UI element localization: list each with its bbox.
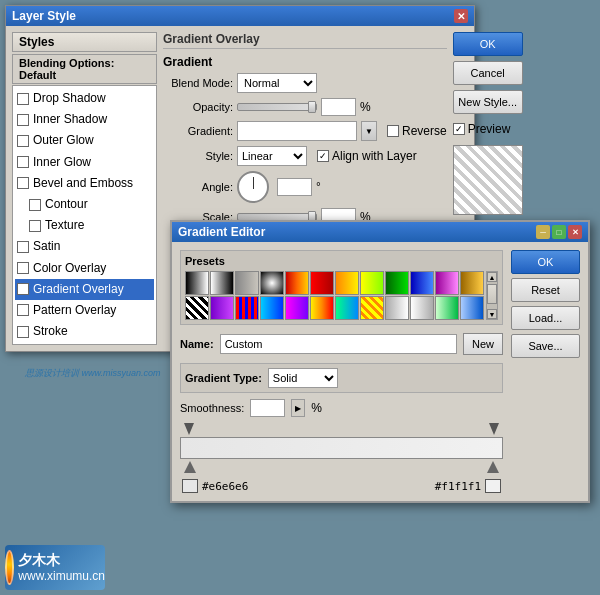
bevel-emboss-checkbox[interactable] [17,177,29,189]
style-item-contour[interactable]: Contour [15,194,154,215]
style-item-gradient-overlay[interactable]: ✓ Gradient Overlay [15,279,154,300]
color-stop-right[interactable] [487,461,499,473]
gradient-overlay-checkbox[interactable]: ✓ [17,283,29,295]
contour-checkbox[interactable] [29,199,41,211]
satin-checkbox[interactable] [17,241,29,253]
styles-header[interactable]: Styles [12,32,157,52]
texture-checkbox[interactable] [29,220,41,232]
pattern-overlay-checkbox[interactable] [17,304,29,316]
preset-item[interactable] [185,296,209,320]
opacity-slider-track[interactable] [237,103,317,111]
cancel-button[interactable]: Cancel [453,61,523,85]
texture-label: Texture [45,216,84,235]
preset-item[interactable] [460,271,484,295]
angle-dial[interactable] [237,171,269,203]
preset-item[interactable] [435,271,459,295]
layer-style-title: Layer Style [12,9,76,23]
new-button[interactable]: New [463,333,503,355]
style-item-texture[interactable]: Texture [15,215,154,236]
layer-style-close-button[interactable]: ✕ [454,9,468,23]
preset-item[interactable] [210,271,234,295]
ge-save-button[interactable]: Save... [511,334,580,358]
presets-scrollbar: ▲ ▼ [486,271,498,320]
preset-item[interactable] [360,296,384,320]
gradient-bar[interactable] [180,437,503,459]
reverse-checkbox[interactable] [387,125,399,137]
style-item-outer-glow[interactable]: Outer Glow [15,130,154,151]
gradient-overlay-section-title: Gradient Overlay [163,32,447,49]
inner-glow-checkbox[interactable] [17,156,29,168]
bottom-logo: 夕木木 www.ximumu.cn [5,545,105,590]
gradient-type-select[interactable]: Solid [268,368,338,388]
ge-ok-button[interactable]: OK [511,250,580,274]
scrollbar-up-arrow[interactable]: ▲ [487,272,497,282]
smoothness-arrow[interactable]: ▶ [291,399,305,417]
scrollbar-down-arrow[interactable]: ▼ [487,309,497,319]
align-layer-checkbox[interactable]: ✓ [317,150,329,162]
ok-button[interactable]: OK [453,32,523,56]
preset-item[interactable] [335,271,359,295]
name-input[interactable]: Custom [220,334,457,354]
preset-item[interactable] [310,296,334,320]
angle-label: Angle: [163,181,233,193]
inner-shadow-checkbox[interactable] [17,114,29,126]
smoothness-input[interactable]: 100 [250,399,285,417]
name-label: Name: [180,338,214,350]
gradient-overlay-label: Gradient Overlay [33,280,124,299]
opacity-slider-thumb[interactable] [308,101,316,113]
gradient-dropdown-arrow[interactable]: ▼ [361,121,377,141]
gradient-type-row: Gradient Type: Solid [180,363,503,393]
watermark: 思源设计培训 www.missyuan.com [25,367,161,380]
opacity-input[interactable]: 100 [321,98,356,116]
angle-line [253,177,254,189]
preset-item[interactable] [385,296,409,320]
preset-item[interactable] [210,296,234,320]
style-item-bevel-emboss[interactable]: Bevel and Emboss [15,173,154,194]
preset-item[interactable] [260,271,284,295]
style-item-inner-shadow[interactable]: Inner Shadow [15,109,154,130]
ge-load-button[interactable]: Load... [511,306,580,330]
outer-glow-checkbox[interactable] [17,135,29,147]
style-item-satin[interactable]: Satin [15,236,154,257]
color-stop-left[interactable] [184,461,196,473]
scrollbar-thumb[interactable] [487,284,497,304]
preset-item[interactable] [235,271,259,295]
blend-mode-select[interactable]: Normal [237,73,317,93]
drop-shadow-checkbox[interactable] [17,93,29,105]
preset-item[interactable] [235,296,259,320]
preset-item[interactable] [360,271,384,295]
preset-item[interactable] [460,296,484,320]
style-item-pattern-overlay[interactable]: Pattern Overlay [15,300,154,321]
style-item-color-overlay[interactable]: Color Overlay [15,258,154,279]
preset-item[interactable] [385,271,409,295]
gradient-editor-content: Presets [172,242,588,501]
preset-item[interactable] [285,296,309,320]
ge-close-button[interactable]: ✕ [568,225,582,239]
style-item-drop-shadow[interactable]: Drop Shadow [15,88,154,109]
preset-item[interactable] [285,271,309,295]
ge-minimize-button[interactable]: ─ [536,225,550,239]
stroke-checkbox[interactable] [17,326,29,338]
color-overlay-checkbox[interactable] [17,262,29,274]
style-select[interactable]: Linear [237,146,307,166]
preset-item[interactable] [435,296,459,320]
preview-checkbox[interactable]: ✓ [453,123,465,135]
opacity-stop-right[interactable] [489,423,499,435]
gradient-preview-box[interactable] [237,121,357,141]
preset-item[interactable] [410,296,434,320]
preset-item[interactable] [335,296,359,320]
ge-maximize-button[interactable]: □ [552,225,566,239]
new-style-button[interactable]: New Style... [453,90,523,114]
angle-input[interactable]: 90 [277,178,312,196]
preset-item[interactable] [410,271,434,295]
preset-item[interactable] [185,271,209,295]
blending-options-header[interactable]: Blending Options: Default [12,54,157,84]
preset-item[interactable] [260,296,284,320]
ge-reset-button[interactable]: Reset [511,278,580,302]
preset-item[interactable] [310,271,334,295]
style-item-inner-glow[interactable]: Inner Glow [15,152,154,173]
satin-label: Satin [33,237,60,256]
style-item-stroke[interactable]: Stroke [15,321,154,342]
blend-mode-label: Blend Mode: [163,77,233,89]
opacity-stop-left[interactable] [184,423,194,435]
